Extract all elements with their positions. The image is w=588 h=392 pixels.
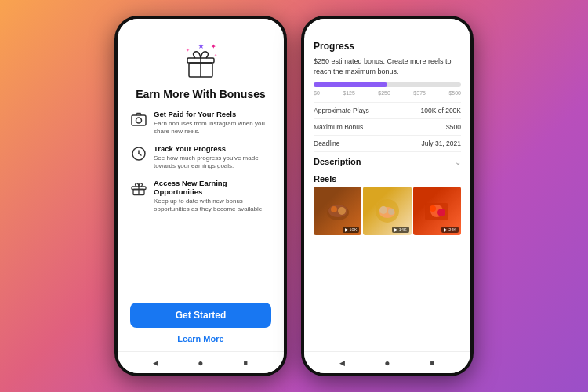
feature-new-opportunities: Access New Earning Opportunities Keep up…	[130, 179, 271, 214]
feature-opportunities-text: Access New Earning Opportunities Keep up…	[154, 179, 271, 214]
phone-2-screen: Progress $250 estimated bonus. Create mo…	[304, 19, 470, 373]
recent-button-2[interactable]: ■	[426, 358, 437, 368]
svg-line-11	[139, 154, 141, 155]
stat-deadline: Deadline July 31, 2021	[314, 135, 461, 151]
svg-point-22	[388, 209, 394, 215]
back-button-1[interactable]: ◀	[151, 358, 162, 368]
gift-icon: ✦ ✦ ✦ ★	[180, 41, 222, 83]
reels-label: Reels	[314, 174, 461, 183]
reel-1-badge: ▶ 10K	[343, 227, 360, 233]
svg-point-8	[136, 118, 142, 123]
progress-fill	[314, 82, 387, 87]
status-bar-1	[118, 19, 284, 33]
chevron-down-icon: ⌄	[455, 158, 461, 166]
recent-button-1[interactable]: ■	[240, 358, 251, 368]
feature-get-paid: Get Paid for Your Reels Earn bonuses fro…	[130, 110, 271, 136]
home-button-2[interactable]: ●	[382, 358, 393, 368]
svg-text:★: ★	[198, 42, 205, 50]
svg-rect-7	[132, 115, 146, 125]
clock-icon	[130, 145, 147, 162]
svg-text:✦: ✦	[186, 48, 190, 53]
progress-title: Progress	[314, 41, 461, 52]
svg-point-25	[430, 205, 436, 212]
progress-labels: $0 $125 $250 $375 $500	[314, 90, 461, 96]
phone2-content: Progress $250 estimated bonus. Create mo…	[304, 33, 470, 351]
svg-point-17	[331, 206, 337, 212]
reel-2-badge: ▶ 14K	[392, 227, 409, 233]
svg-text:✦: ✦	[211, 43, 216, 50]
nav-bar-2: ◀ ● ■	[304, 351, 470, 373]
phone-2: Progress $250 estimated bonus. Create mo…	[301, 16, 474, 376]
nav-bar-1: ◀ ● ■	[118, 351, 284, 373]
reel-thumb-2[interactable]: ▶ 14K	[363, 187, 411, 234]
get-started-button[interactable]: Get Started	[130, 303, 271, 328]
phone1-content: ✦ ✦ ✦ ★ Earn More With Bonuses	[118, 33, 284, 351]
svg-point-21	[379, 206, 387, 214]
description-label: Description	[314, 157, 361, 166]
reel-3-badge: ▶ 24K	[441, 227, 459, 233]
phone1-title: Earn More With Bonuses	[136, 88, 266, 100]
description-row[interactable]: Description ⌄	[314, 151, 461, 171]
phone-1: ✦ ✦ ✦ ★ Earn More With Bonuses	[114, 16, 287, 376]
stat-max-bonus: Maximum Bonus $500	[314, 118, 461, 135]
reel-thumb-3[interactable]: ▶ 24K	[413, 187, 461, 234]
camera-icon	[130, 111, 147, 128]
feature-track-text: Track Your Progress See how much progres…	[154, 144, 271, 171]
gift-small-icon	[130, 180, 147, 197]
feature-track-progress: Track Your Progress See how much progres…	[130, 144, 271, 171]
phone-1-screen: ✦ ✦ ✦ ★ Earn More With Bonuses	[118, 19, 284, 373]
stat-plays: Approximate Plays 100K of 200K	[314, 102, 461, 118]
progress-bar	[314, 82, 461, 87]
learn-more-button[interactable]: Learn More	[177, 334, 223, 343]
home-button-1[interactable]: ●	[195, 358, 206, 368]
feature-get-paid-text: Get Paid for Your Reels Earn bonuses fro…	[154, 110, 271, 136]
back-button-2[interactable]: ◀	[337, 358, 348, 368]
reels-grid: ▶ 10K ▶ 14K	[314, 187, 461, 351]
svg-text:✦: ✦	[214, 53, 217, 57]
reel-thumb-1[interactable]: ▶ 10K	[314, 187, 361, 234]
svg-point-26	[437, 209, 445, 216]
bonus-text: $250 estimated bonus. Create more reels …	[314, 56, 461, 76]
svg-point-18	[338, 207, 346, 215]
status-bar-2	[304, 19, 470, 33]
